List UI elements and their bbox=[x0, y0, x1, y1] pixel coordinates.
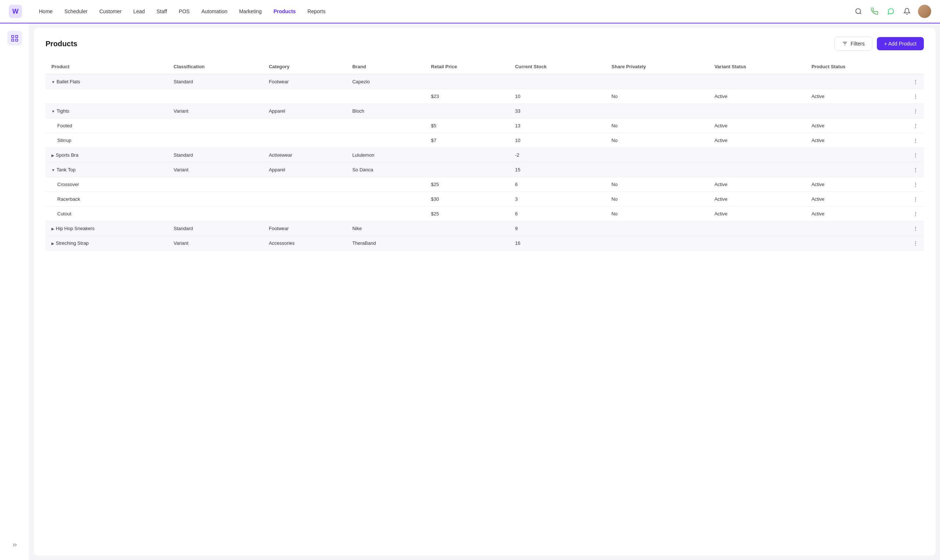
cell-brand bbox=[346, 89, 425, 104]
cell-classification: Variant bbox=[168, 163, 263, 177]
row-actions-button[interactable]: ⋮ bbox=[907, 74, 924, 89]
notification-icon[interactable] bbox=[902, 6, 912, 17]
cell-current_stock: -2 bbox=[509, 148, 606, 163]
sidebar bbox=[0, 23, 29, 560]
cell-retail_price bbox=[425, 163, 509, 177]
row-actions-button[interactable]: ⋮ bbox=[907, 163, 924, 177]
svg-point-0 bbox=[856, 9, 861, 14]
cell-share_privately: No bbox=[606, 177, 708, 192]
col-header-brand: Brand bbox=[346, 60, 425, 74]
whatsapp-icon[interactable] bbox=[886, 6, 896, 17]
row-actions-button[interactable]: ⋮ bbox=[907, 104, 924, 118]
col-header-product_status: Product Status bbox=[806, 60, 907, 74]
cell-classification bbox=[168, 192, 263, 207]
cell-category: Footwear bbox=[263, 74, 346, 89]
cell-category bbox=[263, 177, 346, 192]
cell-category: Footwear bbox=[263, 221, 346, 236]
cell-current_stock: 10 bbox=[509, 89, 606, 104]
cell-category: Activewear bbox=[263, 148, 346, 163]
cell-product_status: Active bbox=[806, 89, 907, 104]
logo[interactable]: W bbox=[9, 5, 22, 18]
nav-link-scheduler[interactable]: Scheduler bbox=[59, 6, 92, 17]
main-layout: Products Filters + Add Product ProductCl… bbox=[0, 23, 940, 560]
cell-product: Stirrup bbox=[46, 133, 168, 148]
nav-link-products[interactable]: Products bbox=[268, 6, 301, 17]
row-actions-button[interactable]: ⋮ bbox=[907, 148, 924, 163]
svg-rect-5 bbox=[11, 39, 14, 42]
table-row: ▶Streching StrapVariantAccessoriesTheraB… bbox=[46, 236, 924, 251]
phone-icon[interactable] bbox=[869, 6, 880, 17]
row-actions-button[interactable]: ⋮ bbox=[907, 89, 924, 104]
col-header-retail_price: Retail Price bbox=[425, 60, 509, 74]
cell-category: Apparel bbox=[263, 163, 346, 177]
cell-classification bbox=[168, 207, 263, 221]
cell-retail_price: $25 bbox=[425, 177, 509, 192]
cell-share_privately: No bbox=[606, 89, 708, 104]
table-body: ▼Ballet FlatsStandardFootwearCapezio⋮$23… bbox=[46, 74, 924, 251]
row-actions-button[interactable]: ⋮ bbox=[907, 177, 924, 192]
cell-product: ▼Ballet Flats bbox=[46, 74, 168, 89]
cell-brand: Nike bbox=[346, 221, 425, 236]
cell-brand bbox=[346, 177, 425, 192]
expand-icon[interactable]: ▼ bbox=[51, 109, 55, 113]
table-row: ▼Tank TopVariantApparelSo Danca15⋮ bbox=[46, 163, 924, 177]
cell-retail_price bbox=[425, 104, 509, 118]
nav-link-pos[interactable]: POS bbox=[174, 6, 195, 17]
sidebar-collapse-arrow[interactable] bbox=[8, 539, 21, 553]
expand-icon[interactable]: ▶ bbox=[51, 242, 54, 246]
filters-label: Filters bbox=[851, 41, 865, 47]
table-row: ▼TightsVariantApparelBloch33⋮ bbox=[46, 104, 924, 118]
col-header-category: Category bbox=[263, 60, 346, 74]
cell-product: ▶Streching Strap bbox=[46, 236, 168, 251]
row-actions-button[interactable]: ⋮ bbox=[907, 207, 924, 221]
cell-category bbox=[263, 207, 346, 221]
row-actions-button[interactable]: ⋮ bbox=[907, 133, 924, 148]
cell-classification bbox=[168, 89, 263, 104]
expand-icon[interactable]: ▶ bbox=[51, 153, 54, 157]
cell-category: Apparel bbox=[263, 104, 346, 118]
cell-product_status bbox=[806, 74, 907, 89]
cell-variant_status: Active bbox=[709, 192, 806, 207]
cell-classification bbox=[168, 133, 263, 148]
svg-rect-3 bbox=[15, 35, 18, 38]
nav-link-lead[interactable]: Lead bbox=[128, 6, 150, 17]
cell-variant_status: Active bbox=[709, 118, 806, 133]
cell-retail_price: $25 bbox=[425, 207, 509, 221]
cell-current_stock: 9 bbox=[509, 221, 606, 236]
nav-link-customer[interactable]: Customer bbox=[94, 6, 127, 17]
cell-variant_status bbox=[709, 104, 806, 118]
filters-button[interactable]: Filters bbox=[834, 37, 872, 51]
row-actions-button[interactable]: ⋮ bbox=[907, 192, 924, 207]
cell-share_privately bbox=[606, 74, 708, 89]
table-row: $2310NoActiveActive⋮ bbox=[46, 89, 924, 104]
expand-icon[interactable]: ▼ bbox=[51, 80, 55, 84]
add-product-button[interactable]: + Add Product bbox=[877, 37, 924, 50]
cell-product_status bbox=[806, 236, 907, 251]
row-actions-button[interactable]: ⋮ bbox=[907, 236, 924, 251]
search-icon[interactable] bbox=[853, 6, 864, 17]
expand-icon[interactable]: ▶ bbox=[51, 227, 54, 231]
expand-icon[interactable]: ▼ bbox=[51, 168, 55, 172]
cell-share_privately: No bbox=[606, 207, 708, 221]
header-row: ProductClassificationCategoryBrandRetail… bbox=[46, 60, 924, 74]
table-row: Footed$513NoActiveActive⋮ bbox=[46, 118, 924, 133]
row-actions-button[interactable]: ⋮ bbox=[907, 118, 924, 133]
cell-share_privately: No bbox=[606, 192, 708, 207]
cell-variant_status: Active bbox=[709, 133, 806, 148]
cell-current_stock: 3 bbox=[509, 192, 606, 207]
sidebar-item-products[interactable] bbox=[7, 31, 22, 46]
add-product-label: + Add Product bbox=[884, 41, 917, 47]
avatar[interactable] bbox=[918, 5, 931, 18]
cell-brand: TheraBand bbox=[346, 236, 425, 251]
cell-retail_price bbox=[425, 74, 509, 89]
cell-classification: Standard bbox=[168, 74, 263, 89]
nav-link-marketing[interactable]: Marketing bbox=[234, 6, 267, 17]
cell-current_stock: 15 bbox=[509, 163, 606, 177]
cell-share_privately bbox=[606, 163, 708, 177]
cell-brand bbox=[346, 207, 425, 221]
nav-link-home[interactable]: Home bbox=[34, 6, 58, 17]
nav-link-automation[interactable]: Automation bbox=[196, 6, 233, 17]
nav-link-reports[interactable]: Reports bbox=[302, 6, 330, 17]
nav-link-staff[interactable]: Staff bbox=[151, 6, 172, 17]
row-actions-button[interactable]: ⋮ bbox=[907, 221, 924, 236]
